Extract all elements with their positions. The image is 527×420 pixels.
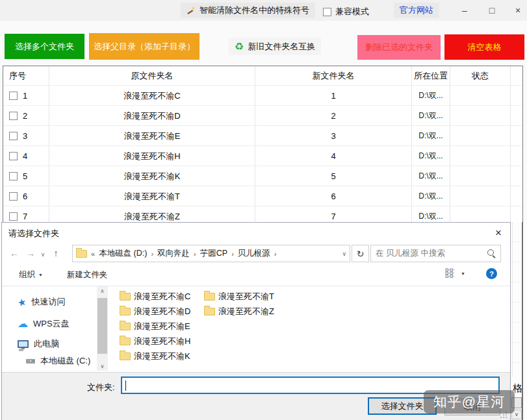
chevron-down-icon: ▼ bbox=[38, 273, 43, 277]
breadcrumb-folder-2[interactable]: 芋圆CP bbox=[200, 248, 227, 259]
forward-icon: → bbox=[26, 248, 35, 258]
col-header-new-name: 新文件夹名 bbox=[255, 66, 412, 85]
sidebar-item-local-disk-c[interactable]: 本地磁盘 (C:) bbox=[26, 355, 90, 367]
breadcrumb-folder-3[interactable]: 贝儿根源 bbox=[238, 248, 270, 259]
watermark-text: 知乎@星河 bbox=[433, 393, 505, 411]
row-checkbox[interactable] bbox=[9, 212, 18, 221]
view-mode-dropdown-icon[interactable]: ▼ bbox=[461, 271, 465, 276]
col-header-location: 所在位置 bbox=[412, 66, 450, 85]
table-row: 4 浪漫至死不渝H 4 D:\双... bbox=[3, 145, 522, 166]
folder-icon bbox=[120, 293, 131, 301]
nav-back-button[interactable]: ← bbox=[7, 246, 21, 260]
dialog-close-icon: × bbox=[495, 227, 502, 240]
nav-forward-button[interactable]: → bbox=[23, 246, 38, 260]
select-parent-dir-button[interactable]: 选择父目录（添加子目录） bbox=[89, 33, 199, 60]
table-row: 2 浪漫至死不渝D 2 D:\双... bbox=[3, 105, 522, 126]
folder-name-label: 文件夹: bbox=[87, 382, 115, 393]
row-checkbox[interactable] bbox=[9, 112, 18, 120]
minimize-icon: – bbox=[462, 5, 467, 16]
folder-icon bbox=[120, 323, 131, 330]
sidebar-item-wps-cloud[interactable]: ☁ WPS云盘 bbox=[18, 318, 70, 330]
folder-item[interactable]: 浪漫至死不渝C bbox=[120, 291, 190, 303]
row-checkbox[interactable] bbox=[9, 172, 18, 180]
watermark-badge: 知乎@星河 bbox=[424, 390, 515, 414]
folder-item[interactable]: 浪漫至死不渝Z bbox=[204, 306, 274, 317]
maximize-icon: □ bbox=[489, 5, 495, 16]
crumb-separator-icon: › bbox=[231, 250, 234, 258]
delete-selected-button[interactable]: 删除已选的文件夹 bbox=[357, 35, 441, 60]
table-header-row: 序号 原文件夹名 新文件夹名 所在位置 状态 bbox=[3, 66, 522, 85]
official-website-link[interactable]: 官方网站 bbox=[394, 3, 439, 18]
folder-icon bbox=[76, 250, 87, 258]
nav-history-dropdown[interactable]: ∨ bbox=[39, 247, 47, 262]
minimize-button[interactable]: – bbox=[456, 3, 474, 18]
folder-item[interactable]: 浪漫至死不渝E bbox=[120, 321, 190, 332]
col-header-old-name: 原文件夹名 bbox=[49, 66, 255, 85]
organize-menu[interactable]: 组织 ▼ bbox=[19, 269, 43, 280]
swap-names-button[interactable]: ♻ 新旧文件夹名互换 bbox=[229, 38, 321, 55]
scroll-up-button[interactable]: ∧ bbox=[97, 286, 108, 295]
address-bar[interactable]: « 本地磁盘 (D:) › 双向奔赴 › 芋圆CP › 贝儿根源 › ∨ bbox=[72, 245, 350, 262]
crumb-separator-icon: › bbox=[151, 250, 153, 258]
dialog-title: 请选择文件夹 bbox=[8, 228, 59, 240]
refresh-button[interactable]: ↻ bbox=[352, 245, 369, 262]
row-checkbox[interactable] bbox=[9, 92, 18, 100]
sidebar-item-this-pc[interactable]: 此电脑 bbox=[18, 338, 59, 350]
breadcrumb-folder-1[interactable]: 双向奔赴 bbox=[157, 248, 190, 259]
search-icon bbox=[487, 249, 496, 258]
new-folder-button[interactable]: 新建文件夹 bbox=[67, 269, 108, 280]
cloud-icon: ☁ bbox=[18, 319, 28, 329]
search-placeholder: 在 贝儿根源 中搜索 bbox=[376, 248, 445, 259]
dialog-close-button[interactable]: × bbox=[489, 225, 508, 241]
close-button[interactable]: × bbox=[509, 3, 527, 18]
recycle-icon: ♻ bbox=[235, 42, 244, 52]
row-checkbox[interactable] bbox=[9, 132, 18, 140]
folder-icon bbox=[120, 352, 131, 360]
scroll-down-button[interactable]: ∨ bbox=[97, 362, 108, 371]
magic-wand-icon bbox=[186, 6, 196, 15]
select-multiple-folders-button[interactable]: 选择多个文件夹 bbox=[5, 34, 84, 59]
scroll-down-icon: ∨ bbox=[515, 412, 519, 417]
view-mode-icon[interactable] bbox=[445, 268, 455, 278]
refresh-icon: ↻ bbox=[357, 249, 365, 259]
folders-table: 序号 原文件夹名 新文件夹名 所在位置 状态 1 浪漫至死不渝C 1 D:\双.… bbox=[3, 66, 523, 225]
folder-item[interactable]: 浪漫至死不渝D bbox=[120, 306, 190, 317]
table-row: 3 浪漫至死不渝E 3 D:\双... bbox=[3, 125, 522, 146]
compat-label: 兼容模式 bbox=[335, 6, 369, 18]
screen: { "app": { "titlebar": { "title": "智能清除文… bbox=[0, 0, 527, 420]
col-header-no: 序号 bbox=[3, 66, 49, 85]
star-icon: ★ bbox=[16, 296, 27, 308]
row-checkbox[interactable] bbox=[9, 192, 18, 201]
address-dropdown-icon[interactable]: ∨ bbox=[342, 251, 346, 257]
nav-up-button[interactable]: ↑ bbox=[49, 246, 63, 260]
compat-mode-option[interactable]: 兼容模式 bbox=[323, 6, 369, 18]
maximize-button[interactable]: □ bbox=[483, 3, 501, 18]
search-box[interactable]: 在 贝儿根源 中搜索 bbox=[370, 245, 501, 262]
titlebar: 智能清除文件名中的特殊符号 兼容模式 官方网站 – □ × bbox=[0, 0, 527, 21]
app-title: 智能清除文件名中的特殊符号 bbox=[199, 5, 309, 16]
folder-item[interactable]: 浪漫至死不渝T bbox=[204, 291, 274, 303]
folder-icon bbox=[204, 293, 215, 301]
clear-table-button[interactable]: 清空表格 bbox=[444, 34, 524, 60]
help-icon: ? bbox=[489, 270, 494, 278]
chevron-down-icon: ∨ bbox=[41, 251, 45, 258]
folder-icon bbox=[120, 308, 131, 315]
row-checkbox[interactable] bbox=[9, 152, 18, 160]
scrollbar-thumb[interactable] bbox=[97, 298, 107, 354]
close-icon: × bbox=[515, 5, 521, 16]
folder-icon bbox=[204, 308, 215, 315]
col-header-status: 状态 bbox=[450, 66, 511, 85]
breadcrumb-drive[interactable]: 本地磁盘 (D:) bbox=[99, 248, 147, 259]
compat-checkbox[interactable] bbox=[323, 8, 331, 16]
computer-icon bbox=[18, 340, 29, 348]
disk-icon bbox=[26, 359, 35, 364]
table-row: 1 浪漫至死不渝C 1 D:\双... bbox=[3, 85, 522, 106]
sidebar-item-quick-access[interactable]: ★ 快速访问 bbox=[18, 296, 65, 308]
sidebar-scrollbar[interactable]: ∧ ∨ bbox=[97, 286, 108, 371]
crumb-separator-icon: › bbox=[274, 250, 277, 258]
folder-icon bbox=[120, 338, 131, 345]
help-button[interactable]: ? bbox=[486, 268, 497, 279]
folder-item[interactable]: 浪漫至死不渝H bbox=[120, 336, 190, 347]
folder-item[interactable]: 浪漫至死不渝K bbox=[120, 351, 190, 362]
app-title-chip: 智能清除文件名中的特殊符号 bbox=[181, 3, 315, 18]
